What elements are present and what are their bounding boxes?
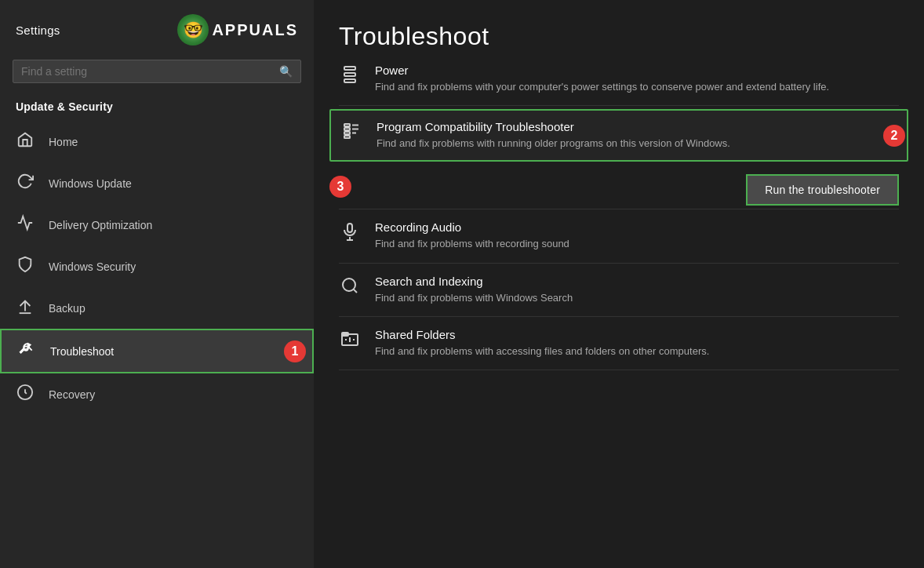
sidebar-item-windows-security[interactable]: Windows Security <box>0 246 314 287</box>
troubleshoot-item-search-indexing[interactable]: Search and Indexing Find and fix problem… <box>339 264 899 317</box>
sidebar-item-troubleshoot[interactable]: Troubleshoot 1 <box>0 329 314 373</box>
svg-point-17 <box>343 279 355 291</box>
svg-rect-7 <box>344 124 350 126</box>
svg-line-18 <box>354 289 357 292</box>
compat-icon <box>340 122 362 145</box>
content-scroll[interactable]: Power Find and fix problems with your co… <box>314 64 924 568</box>
item-text-recording: Recording Audio Find and fix problems wi… <box>375 220 899 251</box>
page-title: Troubleshoot <box>314 0 924 64</box>
item-desc-search: Find and fix problems with Windows Searc… <box>375 291 899 305</box>
folder-icon <box>339 330 361 353</box>
troubleshoot-item-recording-audio[interactable]: Recording Audio Find and fix problems wi… <box>339 209 899 263</box>
item-text-shared: Shared Folders Find and fix problems wit… <box>375 328 899 359</box>
item-title-power: Power <box>375 64 899 77</box>
svg-rect-14 <box>347 224 352 232</box>
sidebar-item-label-backup: Backup <box>49 302 85 315</box>
search-glass-icon <box>339 276 361 300</box>
power-icon <box>339 65 361 89</box>
step-3-badge: 3 <box>329 176 351 198</box>
run-button-row: 3 Run the troubleshooter <box>339 165 899 209</box>
item-title-search: Search and Indexing <box>375 275 899 288</box>
item-header-compat: Program Compatibility Troubleshooter Fin… <box>340 120 897 151</box>
sidebar: Settings 🤓 APPUALS 🔍 Update & Security H… <box>0 0 314 568</box>
home-icon <box>16 131 35 152</box>
item-desc-compat: Find and fix problems with running older… <box>377 137 897 151</box>
sidebar-item-delivery-optimization[interactable]: Delivery Optimization <box>0 204 314 246</box>
sidebar-header: Settings 🤓 APPUALS <box>0 0 314 56</box>
main-content: Troubleshoot Power Find and fix problems… <box>314 0 924 568</box>
logo-icon: 🤓 <box>177 14 209 46</box>
svg-rect-4 <box>344 67 355 70</box>
svg-rect-6 <box>344 79 355 82</box>
recovery-icon <box>16 384 35 405</box>
mic-icon <box>339 222 361 246</box>
backup-icon <box>16 297 35 319</box>
item-desc-shared: Find and fix problems with accessing fil… <box>375 344 899 359</box>
troubleshoot-item-program-compat[interactable]: Program Compatibility Troubleshooter Fin… <box>329 109 908 162</box>
item-text-search: Search and Indexing Find and fix problem… <box>375 275 899 305</box>
item-text-compat: Program Compatibility Troubleshooter Fin… <box>377 120 897 151</box>
item-header-shared: Shared Folders Find and fix problems wit… <box>339 328 899 359</box>
step-2-badge: 2 <box>883 125 905 147</box>
troubleshoot-item-power: Power Find and fix problems with your co… <box>339 64 899 106</box>
sidebar-item-home[interactable]: Home <box>0 121 314 162</box>
item-title-shared: Shared Folders <box>375 328 899 341</box>
appuals-logo: 🤓 APPUALS <box>177 14 298 46</box>
sidebar-item-backup[interactable]: Backup <box>0 287 314 329</box>
search-icon[interactable]: 🔍 <box>279 65 293 78</box>
item-text-power: Power Find and fix problems with your co… <box>375 64 899 94</box>
sidebar-item-windows-update[interactable]: Windows Update <box>0 162 314 204</box>
run-troubleshooter-button[interactable]: Run the troubleshooter <box>746 174 899 206</box>
item-desc-power: Find and fix problems with your computer… <box>375 80 899 94</box>
sidebar-nav: Home Windows Update Delivery Optimizatio… <box>0 121 314 568</box>
svg-rect-9 <box>344 132 350 134</box>
item-desc-recording: Find and fix problems with recording sou… <box>375 237 899 251</box>
appuals-brand: APPUALS <box>212 21 298 39</box>
sidebar-item-label-home: Home <box>49 136 78 148</box>
refresh-icon <box>16 173 35 194</box>
shield-icon <box>16 256 35 277</box>
svg-rect-10 <box>344 136 350 138</box>
sidebar-item-label-delivery: Delivery Optimization <box>49 219 152 231</box>
troubleshoot-item-shared-folders[interactable]: Shared Folders Find and fix problems wit… <box>339 317 899 370</box>
sidebar-item-label-windows-update: Windows Update <box>49 177 132 190</box>
delivery-icon <box>16 214 35 235</box>
search-box[interactable]: 🔍 <box>13 60 301 83</box>
sidebar-item-label-security: Windows Security <box>49 260 136 273</box>
wrench-icon <box>17 340 36 362</box>
search-input[interactable] <box>21 65 273 78</box>
sidebar-item-recovery[interactable]: Recovery <box>0 373 314 415</box>
sidebar-item-label-troubleshoot: Troubleshoot <box>50 345 114 358</box>
svg-rect-5 <box>344 73 355 76</box>
item-header-power: Power Find and fix problems with your co… <box>339 64 899 94</box>
item-title-recording: Recording Audio <box>375 220 899 234</box>
step-1-badge: 1 <box>284 340 306 362</box>
item-header-recording: Recording Audio Find and fix problems wi… <box>339 220 899 251</box>
item-header-search: Search and Indexing Find and fix problem… <box>339 275 899 305</box>
settings-title: Settings <box>16 24 60 37</box>
section-label: Update & Security <box>0 96 314 121</box>
sidebar-item-label-recovery: Recovery <box>49 388 95 401</box>
svg-rect-8 <box>344 128 350 130</box>
item-title-compat: Program Compatibility Troubleshooter <box>377 120 897 133</box>
